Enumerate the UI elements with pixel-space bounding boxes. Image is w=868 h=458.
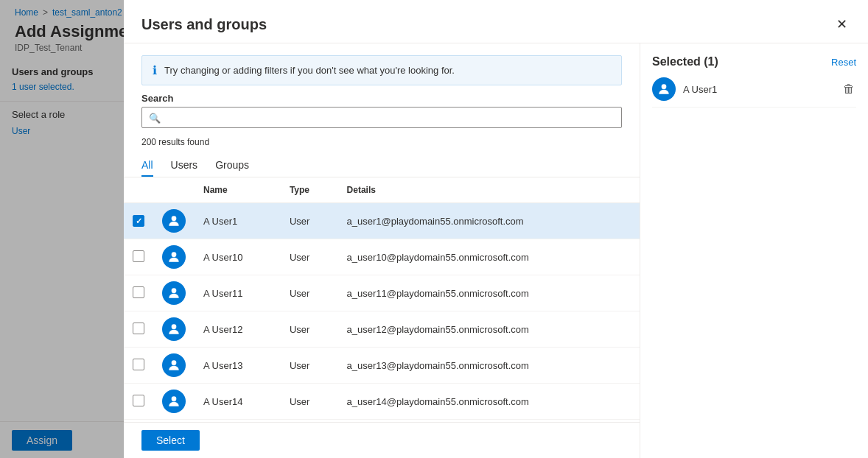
- row-name: A User13: [195, 348, 281, 384]
- row-type: User: [281, 311, 338, 348]
- selected-items-list: A User1 🗑: [652, 71, 856, 108]
- user-icon: [167, 214, 181, 228]
- user-avatar: [162, 209, 186, 233]
- info-banner: ℹ Try changing or adding filters if you …: [141, 55, 622, 85]
- table-row[interactable]: A User10Usera_user10@playdomain55.onmicr…: [124, 239, 640, 275]
- svg-point-4: [172, 360, 177, 365]
- user-icon: [167, 286, 181, 300]
- modal-header: Users and groups ✕: [124, 0, 868, 43]
- user-avatar: [162, 281, 186, 305]
- info-icon: ℹ: [153, 63, 157, 77]
- selected-item-name: A User1: [683, 84, 834, 95]
- modal-bottom-bar: Select: [124, 422, 640, 458]
- row-name: A User14: [195, 384, 281, 420]
- row-details: a_user11@playdomain55.onmicrosoft.com: [338, 275, 640, 311]
- tab-users[interactable]: Users: [171, 153, 198, 177]
- row-type: User: [281, 239, 338, 275]
- svg-point-3: [172, 324, 177, 329]
- row-type: User: [281, 275, 338, 311]
- user-icon: [167, 358, 181, 373]
- search-section: Search 🔍: [124, 93, 640, 128]
- th-details: Details: [338, 177, 640, 203]
- user-icon: [167, 394, 181, 409]
- info-banner-text: Try changing or adding filters if you do…: [164, 65, 455, 76]
- search-input-wrap: 🔍: [141, 107, 622, 128]
- row-avatar-cell: [153, 311, 195, 348]
- row-details: a_user13@playdomain55.onmicrosoft.com: [338, 348, 640, 384]
- selected-header: Selected (1) Reset: [652, 55, 856, 68]
- row-type: User: [281, 348, 338, 384]
- modal-body: ℹ Try changing or adding filters if you …: [124, 43, 868, 458]
- row-name: A User10: [195, 239, 281, 275]
- svg-point-5: [172, 396, 177, 401]
- tab-groups[interactable]: Groups: [215, 153, 249, 177]
- user-icon: [167, 250, 181, 264]
- table-row[interactable]: A User1Usera_user1@playdomain55.onmicros…: [124, 203, 640, 239]
- row-avatar-cell: [153, 239, 195, 275]
- row-type: User: [281, 203, 338, 239]
- svg-point-1: [172, 252, 177, 257]
- reset-button[interactable]: Reset: [831, 57, 856, 68]
- svg-point-0: [172, 216, 177, 221]
- row-details: a_user14@playdomain55.onmicrosoft.com: [338, 384, 640, 420]
- svg-point-6: [662, 84, 667, 89]
- table-row[interactable]: A User12Usera_user12@playdomain55.onmicr…: [124, 311, 640, 348]
- row-avatar-cell: [153, 203, 195, 239]
- th-avatar: [153, 177, 195, 203]
- row-details: a_user10@playdomain55.onmicrosoft.com: [338, 239, 640, 275]
- user-avatar: [162, 390, 186, 413]
- row-checkbox-4[interactable]: [133, 359, 144, 370]
- search-label: Search: [141, 93, 622, 104]
- modal-close-button[interactable]: ✕: [833, 15, 850, 34]
- row-details: a_user12@playdomain55.onmicrosoft.com: [338, 311, 640, 348]
- row-checkbox-5[interactable]: [133, 395, 144, 406]
- th-checkbox: [124, 177, 153, 203]
- selected-avatar: [652, 77, 676, 101]
- th-name: Name: [195, 177, 281, 203]
- row-avatar-cell: [153, 384, 195, 420]
- modal-panel: Users and groups ✕ ℹ Try changing or add…: [124, 0, 868, 458]
- modal-content: ℹ Try changing or adding filters if you …: [124, 43, 640, 458]
- delete-selected-icon[interactable]: 🗑: [841, 81, 856, 97]
- search-input[interactable]: [141, 107, 622, 128]
- tabs: All Users Groups: [124, 153, 640, 177]
- table-row[interactable]: A User11Usera_user11@playdomain55.onmicr…: [124, 275, 640, 311]
- svg-point-2: [172, 288, 177, 293]
- row-name: A User12: [195, 311, 281, 348]
- row-avatar-cell: [153, 348, 195, 384]
- search-icon: 🔍: [149, 112, 161, 123]
- select-button[interactable]: Select: [141, 430, 200, 451]
- tab-all[interactable]: All: [141, 153, 153, 177]
- row-checkbox-2[interactable]: [133, 286, 144, 298]
- user-avatar: [162, 245, 186, 269]
- selected-panel: Selected (1) Reset A User1 🗑: [640, 43, 868, 458]
- users-table: Name Type Details A User1Usera_user1@pla…: [124, 177, 640, 420]
- row-name: A User1: [195, 203, 281, 239]
- row-checkbox-3[interactable]: [133, 323, 144, 334]
- table-row[interactable]: A User13Usera_user13@playdomain55.onmicr…: [124, 348, 640, 384]
- selected-item-0: A User1 🗑: [652, 71, 856, 108]
- user-icon: [167, 322, 181, 337]
- table-area: Name Type Details A User1Usera_user1@pla…: [124, 177, 640, 422]
- modal-title: Users and groups: [141, 16, 267, 33]
- results-count: 200 results found: [124, 134, 640, 153]
- row-name: A User11: [195, 275, 281, 311]
- row-checkbox-1[interactable]: [133, 250, 144, 262]
- user-avatar: [162, 317, 186, 341]
- row-type: User: [281, 384, 338, 420]
- selected-title: Selected (1): [652, 55, 718, 68]
- row-details: a_user1@playdomain55.onmicrosoft.com: [338, 203, 640, 239]
- user-avatar: [162, 353, 186, 377]
- row-avatar-cell: [153, 275, 195, 311]
- row-checkbox-0[interactable]: [133, 215, 144, 227]
- table-row[interactable]: A User14Usera_user14@playdomain55.onmicr…: [124, 384, 640, 420]
- user-icon: [657, 82, 671, 96]
- th-type: Type: [281, 177, 338, 203]
